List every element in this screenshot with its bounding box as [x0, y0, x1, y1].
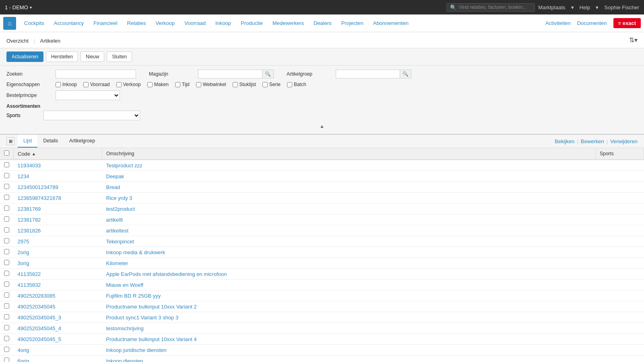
tab-artikelgroep[interactable]: Artikelgroep: [64, 135, 101, 148]
omschrijving-link[interactable]: Inkoop media & drukwerk: [106, 249, 165, 255]
bestelprincipe-select[interactable]: [56, 90, 120, 100]
code-link[interactable]: 123659874321678: [18, 195, 61, 201]
row-checkbox[interactable]: [4, 336, 9, 341]
code-link[interactable]: 2orig: [18, 249, 29, 255]
code-link[interactable]: 12345001234789: [18, 184, 58, 190]
inkoop-checkbox[interactable]: [56, 82, 61, 87]
code-link[interactable]: 6orig: [18, 358, 29, 362]
eigenschap-maken[interactable]: Maken: [147, 82, 169, 87]
row-checkbox[interactable]: [4, 347, 9, 352]
eigenschap-serie[interactable]: Serie: [262, 82, 281, 87]
bekijken-link[interactable]: Bekijken: [555, 138, 574, 144]
row-checkbox[interactable]: [4, 195, 9, 200]
nav-verkoop[interactable]: Verkoop: [151, 14, 180, 32]
omschrijving-link[interactable]: test2product: [106, 206, 135, 212]
nav-medewerkers[interactable]: Medewerkers: [268, 14, 309, 32]
omschrijving-link[interactable]: artikel6: [106, 217, 123, 223]
eigenschap-inkoop[interactable]: Inkoop: [56, 82, 77, 87]
code-link[interactable]: 4902520345045_4: [18, 325, 61, 331]
omschrijving-link[interactable]: Fujifilm BD R 25GB yyy: [106, 293, 161, 299]
row-checkbox[interactable]: [4, 282, 9, 287]
row-checkbox[interactable]: [4, 173, 9, 178]
nav-cockpits[interactable]: Cockpits: [19, 14, 49, 32]
row-checkbox[interactable]: [4, 260, 9, 265]
nav-dealers[interactable]: Dealers: [309, 14, 336, 32]
app-title[interactable]: 1 - DEMO ▾: [5, 4, 32, 10]
omschrijving-link[interactable]: Productname bulkinput 10xxx Variant 2: [106, 304, 197, 310]
code-link[interactable]: 2975: [18, 239, 29, 245]
omschrijving-link[interactable]: Kilometer: [106, 260, 128, 266]
verwijderen-link[interactable]: Verwijderen: [610, 138, 638, 144]
code-link[interactable]: 12381826: [18, 228, 41, 234]
tijd-checkbox[interactable]: [175, 82, 180, 87]
nav-projecten[interactable]: Projecten: [336, 14, 368, 32]
omschrijving-link[interactable]: Inkoop diensten: [106, 358, 143, 362]
omschrijving-column-header[interactable]: Omschrijving: [102, 148, 596, 160]
omschrijving-link[interactable]: Miauw en Woeff: [106, 282, 144, 288]
nav-accountancy[interactable]: Accountancy: [49, 14, 89, 32]
code-link[interactable]: 1234: [18, 173, 29, 179]
artikelgroep-search-btn[interactable]: 🔍: [400, 70, 411, 78]
omschrijving-link[interactable]: Inkoop juridische diensten: [106, 347, 167, 353]
eigenschap-verkoop[interactable]: Verkoop: [116, 82, 141, 87]
magazijn-search-btn[interactable]: 🔍: [262, 70, 274, 78]
omschrijving-link[interactable]: Testproduct zzz: [106, 162, 142, 169]
stuklijst-checkbox[interactable]: [233, 82, 238, 87]
nav-relaties[interactable]: Relaties: [122, 14, 151, 32]
nav-financieel[interactable]: Financieel: [89, 14, 122, 32]
code-column-header[interactable]: Code ▲: [14, 148, 102, 160]
code-link[interactable]: 3orig: [18, 260, 29, 266]
expand-button[interactable]: ⊞: [6, 137, 14, 145]
sports-select[interactable]: [43, 111, 140, 120]
nav-abonnementen[interactable]: Abonnementen: [368, 14, 413, 32]
omschrijving-link[interactable]: Rice yrdy 3: [106, 195, 132, 201]
help-link[interactable]: Help: [580, 4, 590, 10]
bewerken-link[interactable]: Bewerken: [581, 138, 604, 144]
magazijn-input[interactable]: [198, 70, 262, 78]
omschrijving-link[interactable]: Bread: [106, 184, 120, 190]
omschrijving-link[interactable]: artikeltest: [106, 228, 129, 234]
code-link[interactable]: 12381769: [18, 206, 41, 212]
eigenschap-batch[interactable]: Batch: [287, 82, 306, 87]
eigenschap-stuklijst[interactable]: Stuklijst: [233, 82, 256, 87]
nieuw-button[interactable]: Nieuw: [80, 51, 104, 62]
marketplace-link[interactable]: Marktplaats: [538, 4, 565, 10]
verkoop-checkbox[interactable]: [116, 82, 122, 87]
documenten-link[interactable]: Documenten: [577, 20, 607, 26]
collapse-arrow[interactable]: ▲: [6, 123, 638, 130]
row-checkbox[interactable]: [4, 292, 9, 298]
select-all-checkbox[interactable]: [4, 150, 9, 156]
user-name[interactable]: Sophie Fischer: [604, 4, 639, 10]
exact-logo-btn[interactable]: = exact: [613, 18, 641, 28]
global-search[interactable]: 🔍: [446, 3, 535, 12]
filter-sort-icon[interactable]: ⇅▾: [629, 36, 638, 44]
omschrijving-link[interactable]: Deepak: [106, 173, 124, 179]
omschrijving-link[interactable]: Product sync1 Variant 3 shop 3: [106, 315, 179, 321]
artikelgroep-input[interactable]: [336, 70, 400, 78]
nav-inkoop[interactable]: Inkoop: [211, 14, 236, 32]
webwinkel-checkbox[interactable]: [196, 82, 201, 87]
nav-productie[interactable]: Productie: [236, 14, 268, 32]
sports-column-header[interactable]: Sports: [596, 148, 644, 160]
row-checkbox[interactable]: [4, 325, 9, 330]
home-button[interactable]: ⌂: [3, 17, 16, 30]
code-link[interactable]: 4orig: [18, 347, 29, 353]
row-checkbox[interactable]: [4, 303, 9, 309]
search-input[interactable]: [459, 4, 531, 10]
code-link[interactable]: 4902520345045_5: [18, 336, 61, 342]
eigenschap-tijd[interactable]: Tijd: [175, 82, 190, 87]
omschrijving-link[interactable]: testomschrijving: [106, 325, 144, 331]
code-link[interactable]: 12381782: [18, 217, 41, 223]
eigenschap-voorraad[interactable]: Voorraad: [83, 82, 110, 87]
omschrijving-link[interactable]: Tekenpincet: [106, 239, 134, 245]
omschrijving-link[interactable]: Productname bulkinput 10xxx Variant 4: [106, 336, 197, 342]
voorraad-checkbox[interactable]: [83, 82, 89, 87]
row-checkbox[interactable]: [4, 249, 9, 254]
activiteiten-link[interactable]: Activiteiten: [545, 20, 571, 26]
code-link[interactable]: 4902520345045_3: [18, 315, 61, 321]
nav-voorraad[interactable]: Voorraad: [180, 14, 211, 32]
sluiten-button[interactable]: Sluiten: [107, 51, 132, 62]
row-checkbox[interactable]: [4, 358, 9, 362]
code-link[interactable]: 41135822: [18, 271, 41, 277]
eigenschap-webwinkel[interactable]: Webwinkel: [196, 82, 226, 87]
